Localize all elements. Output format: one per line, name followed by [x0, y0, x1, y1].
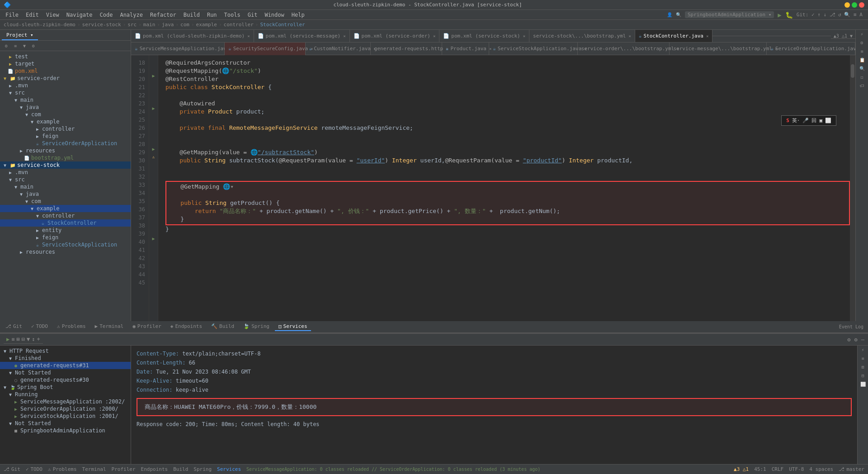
tab-problems[interactable]: ⚠ Problems [53, 322, 90, 331]
tree-item-example[interactable]: ▼ example [0, 118, 131, 125]
code-content[interactable]: @RequiredArgsConstructor @RequestMapping… [158, 55, 850, 321]
tree-item-entity[interactable]: ▶ entity [0, 227, 131, 234]
services-side-icon-4[interactable]: ⊟ [861, 373, 864, 378]
add-icon[interactable]: + [37, 336, 40, 342]
tab-close-icon[interactable]: × [523, 34, 525, 38]
breadcrumb-item[interactable]: java [162, 22, 174, 28]
debug-button[interactable]: 🐛 [785, 11, 793, 19]
close-button[interactable] [859, 2, 864, 8]
event-log[interactable]: Event Log [836, 324, 866, 329]
tab-terminal[interactable]: ▶ Terminal [91, 322, 127, 331]
tab-stockcontroller[interactable]: ☕ StockController.java × [635, 30, 713, 43]
menu-edit[interactable]: Edit [22, 11, 42, 19]
tree-item-stock-com[interactable]: ▼ com [0, 198, 131, 205]
group-icon[interactable]: ⊟ [22, 336, 25, 342]
tree-not-started-spring[interactable]: ▼ Not Started [0, 420, 131, 427]
position-status[interactable]: 45:1 [754, 466, 766, 472]
menu-help[interactable]: Help [288, 11, 308, 19]
tree-request-30[interactable]: ○ generated-requests#30 [0, 376, 131, 384]
menu-window[interactable]: Window [261, 11, 288, 19]
indent-status[interactable]: 4 spaces [809, 466, 833, 472]
menu-tools[interactable]: Tools [221, 11, 244, 19]
tree-item-stock-feign[interactable]: ▶ feign [0, 234, 131, 241]
tree-item-stock-java[interactable]: ▼ java [0, 190, 131, 198]
gutter-run-icon[interactable]: ▶ [149, 104, 158, 112]
tab-bootstrap-order[interactable]: service-order\...\bootstrap.yml × [578, 43, 670, 55]
search-icon[interactable]: 🔍 [676, 12, 681, 17]
tab-pom-message[interactable]: 📄 pom.xml (service-message) × [254, 30, 350, 43]
tree-item-feign[interactable]: ▶ feign [0, 133, 131, 140]
tab-close-icon[interactable]: × [433, 34, 435, 38]
tree-item-java[interactable]: ▼ java [0, 104, 131, 111]
tab-customNotifier[interactable]: ☕ CustomNotifier.java × [306, 43, 371, 55]
tree-serviceOrderApp[interactable]: ▶ ServiceOrderApplication :2000/ [0, 405, 131, 412]
terminal-status[interactable]: Terminal [82, 466, 106, 472]
tree-finished[interactable]: ▼ Finished [0, 355, 131, 362]
tree-not-started-http[interactable]: ▼ Not Started [0, 369, 131, 376]
line-ending-status[interactable]: CRLF [772, 466, 784, 472]
tree-item-stock-mvn[interactable]: ▶ .mvn [0, 169, 131, 176]
tab-pom-demo[interactable]: 📄 pom.xml (cloud-sleuth-zipkin-demo) × [131, 30, 254, 43]
tab-close-icon[interactable]: × [628, 34, 631, 38]
tab-pom-stock[interactable]: 📄 pom.xml (service-stock) × [439, 30, 529, 43]
tab-serviceMessageApp[interactable]: ☕ ServiceMessageApplication.java × [131, 43, 225, 55]
menu-code[interactable]: Code [96, 11, 117, 19]
breadcrumb-item[interactable]: cloud-sleuth-zipkin-demo [4, 22, 75, 28]
breadcrumb-current[interactable]: StockController [260, 22, 305, 28]
tree-item-target[interactable]: ▶ target [0, 60, 131, 67]
tree-item-stock-src[interactable]: ▼ src [0, 176, 131, 183]
toolbar-icon-2[interactable]: ≡ [12, 42, 19, 49]
tree-item-src[interactable]: ▼ src [0, 89, 131, 96]
toolbar-icon-3[interactable]: ▼ [21, 42, 28, 49]
services-side-icon-2[interactable]: ≡ [861, 356, 864, 361]
tab-profiler[interactable]: ◉ Profiler [129, 322, 165, 331]
tab-spring[interactable]: 🍃 Spring [240, 322, 273, 331]
tree-springbootAdmin[interactable]: ■ SpringbootAdminApplication [0, 427, 131, 434]
tree-item-test[interactable]: ▶ test [0, 53, 131, 60]
breadcrumb-item[interactable]: controller [224, 22, 254, 28]
menu-build[interactable]: Build [180, 11, 203, 19]
tab-bootstrap-stock[interactable]: service-stock\...\bootstrap.yml × [529, 30, 635, 43]
tab-git[interactable]: ⎇ Git [2, 322, 26, 331]
tab-close-icon[interactable]: × [343, 34, 345, 38]
config-icon[interactable]: ⚙ [854, 337, 858, 343]
scrollbar-thumb[interactable] [851, 64, 854, 78]
menu-analyze[interactable]: Analyze [116, 11, 146, 19]
profile-icon[interactable]: 👤 [667, 12, 672, 17]
list-icon[interactable]: ≡ [11, 336, 14, 342]
tab-close-icon[interactable]: × [706, 34, 708, 38]
tree-item-resources[interactable]: ▶ resources [0, 147, 131, 154]
profiler-status[interactable]: Profiler [112, 466, 136, 472]
spring-status[interactable]: Spring [193, 466, 212, 472]
tab-project[interactable]: Project ▾ [2, 31, 38, 40]
branch-status[interactable]: ⎇ master [839, 466, 864, 472]
tab-bootstrap-message[interactable]: service-message\...\bootstrap.yml × [670, 43, 767, 55]
breadcrumb-item[interactable]: com [180, 22, 189, 28]
menu-run[interactable]: Run [203, 11, 221, 19]
warnings-status[interactable]: ▲3 △1 [734, 466, 749, 472]
run-icon[interactable]: ▶ [6, 336, 9, 342]
menu-view[interactable]: View [42, 11, 63, 19]
tree-item-service-stock[interactable]: ▼ 📁 service-stock [0, 161, 131, 169]
breadcrumb-item[interactable]: main [143, 22, 156, 28]
tree-item-pom[interactable]: 📄 pom.xml [0, 67, 131, 75]
menu-file[interactable]: File [2, 11, 22, 19]
side-icon-4[interactable]: 📋 [859, 57, 865, 62]
tree-serviceStockApp[interactable]: ▶ ServiceStockApplication :2001/ [0, 412, 131, 420]
breadcrumb-item[interactable]: example [196, 22, 217, 28]
tree-http-request[interactable]: ▼ HTTP Request [0, 347, 131, 355]
tree-serviceMessageApp[interactable]: ▶ ServiceMessageApplication :2002/ [0, 398, 131, 405]
breadcrumb-item[interactable]: service-stock [82, 22, 121, 28]
endpoints-status[interactable]: Endpoints [141, 466, 168, 472]
tree-item-stock-controller[interactable]: ▼ controller [0, 212, 131, 219]
side-icon-5[interactable]: 🔍 [859, 66, 865, 71]
breadcrumb-item[interactable]: src [127, 22, 137, 28]
tree-item-serviceorderapp[interactable]: ☕ ServiceOrderApplication [0, 140, 131, 147]
tree-item-stockcontroller[interactable]: ☕ StockController [0, 219, 131, 227]
toolbar-icon-1[interactable]: ⚙ [3, 42, 10, 49]
side-icon-3[interactable]: ≡ [860, 49, 863, 54]
tab-endpoints[interactable]: ◈ Endpoints [167, 322, 206, 331]
tab-close-icon[interactable]: × [247, 34, 250, 38]
run-button[interactable]: ▶ [778, 11, 781, 19]
side-icon-6[interactable]: ◻ [860, 75, 863, 80]
